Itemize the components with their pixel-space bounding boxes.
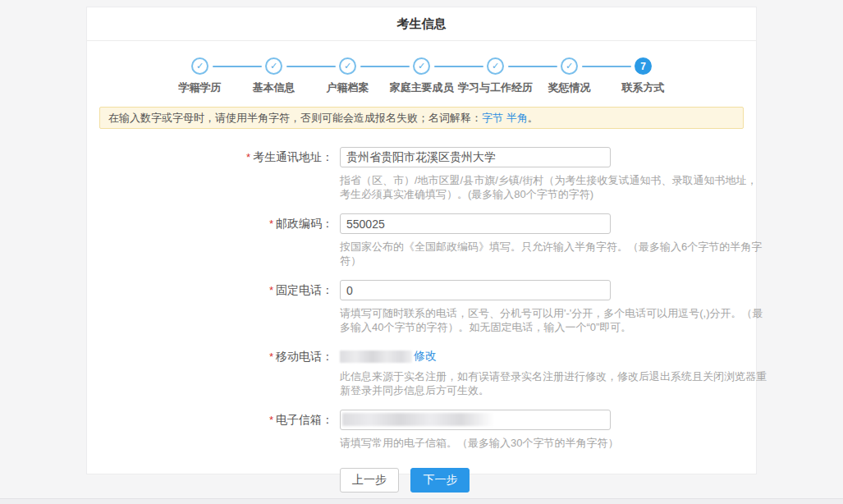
step-label: 学籍学历 <box>179 80 222 95</box>
field-label-mobile: *移动电话： <box>87 346 333 397</box>
step-item-huji[interactable]: 户籍档案 <box>311 57 385 95</box>
form-row-address: *考生通讯地址： 指省（区、市）/地市区盟/县市旗/乡镇/街村（为考生接收复试通… <box>87 147 756 201</box>
step-done-check-icon <box>191 57 208 75</box>
contact-info-form: *考生通讯地址： 指省（区、市）/地市区盟/县市旗/乡镇/街村（为考生接收复试通… <box>87 147 756 493</box>
field-label-text: 固定电话 <box>276 283 322 296</box>
wizard-stepper: 学籍学历 基本信息 户籍档案 家庭主要成员 学习与工作经历 奖惩情况 7 联系方… <box>87 57 756 95</box>
postcode-help-text: 按国家公布的《全国邮政编码》填写。只允许输入半角字符。（最多输入6个字节的半角字… <box>340 240 767 268</box>
field-label-text: 移动电话 <box>276 350 322 363</box>
mobile-value-row: 修改 <box>340 346 767 364</box>
step-label: 家庭主要成员 <box>390 80 454 95</box>
step-item-basic-info[interactable]: 基本信息 <box>237 57 311 95</box>
postcode-input[interactable] <box>340 213 611 234</box>
required-marker: * <box>269 284 273 296</box>
step-item-contact-current[interactable]: 7 联系方式 <box>607 57 680 95</box>
halfwidth-warning-banner: 在输入数字或字母时，请使用半角字符，否则可能会造成报名失败；名词解释：字节 半角… <box>99 107 744 129</box>
field-label-address: *考生通讯地址： <box>87 147 333 201</box>
field-label-text: 电子信箱 <box>276 413 322 426</box>
previous-step-button[interactable]: 上一步 <box>340 468 399 493</box>
label-colon: ： <box>322 283 333 296</box>
required-marker: * <box>269 218 273 230</box>
step-label: 联系方式 <box>622 80 665 95</box>
form-row-landline: *固定电话： 请填写可随时联系的电话，区号、分机号可以用'-'分开，多个电话可以… <box>87 280 756 334</box>
step-done-check-icon <box>487 57 504 75</box>
label-colon: ： <box>322 150 333 163</box>
landline-help-text: 请填写可随时联系的电话，区号、分机号可以用'-'分开，多个电话可以用逗号(,)分… <box>340 306 767 334</box>
step-done-check-icon <box>265 57 282 75</box>
required-marker: * <box>269 351 273 363</box>
mobile-number-redacted <box>340 351 412 363</box>
form-row-mobile: *移动电话： 修改 此信息来源于实名注册，如有误请登录实名注册进行修改，修改后退… <box>87 346 756 397</box>
field-label-text: 邮政编码 <box>276 217 322 230</box>
page-bottom-divider <box>0 498 843 504</box>
next-step-button[interactable]: 下一步 <box>410 468 470 493</box>
field-label-email: *电子信箱： <box>87 410 333 450</box>
step-label: 基本信息 <box>253 80 296 95</box>
email-help-text: 请填写常用的电子信箱。（最多输入30个字节的半角字符） <box>340 436 767 450</box>
field-label-text: 考生通讯地址 <box>253 150 322 163</box>
page-title: 考生信息 <box>87 7 756 41</box>
field-label-postcode: *邮政编码： <box>87 213 333 268</box>
label-colon: ： <box>322 413 333 426</box>
step-label: 奖惩情况 <box>548 80 591 95</box>
step-item-xueji[interactable]: 学籍学历 <box>163 57 237 95</box>
step-current-number-badge: 7 <box>635 57 652 75</box>
form-actions: 上一步 下一步 <box>87 468 756 493</box>
step-done-check-icon <box>339 57 356 75</box>
form-row-postcode: *邮政编码： 按国家公布的《全国邮政编码》填写。只允许输入半角字符。（最多输入6… <box>87 213 756 268</box>
form-row-email: *电子信箱： 请填写常用的电子信箱。（最多输入30个字节的半角字符） <box>87 410 756 450</box>
required-marker: * <box>269 414 273 426</box>
notice-suffix: 。 <box>528 112 538 124</box>
step-item-rewards[interactable]: 奖惩情况 <box>533 57 607 95</box>
step-label: 学习与工作经历 <box>458 80 533 95</box>
landline-input[interactable] <box>340 280 611 300</box>
field-label-landline: *固定电话： <box>87 280 333 334</box>
byte-definition-link[interactable]: 字节 <box>482 112 503 124</box>
modify-mobile-link[interactable]: 修改 <box>414 349 437 362</box>
step-done-check-icon <box>561 57 578 75</box>
step-item-experience[interactable]: 学习与工作经历 <box>459 57 533 95</box>
step-done-check-icon <box>413 57 430 75</box>
address-help-text: 指省（区、市）/地市区盟/县市旗/乡镇/街村（为考生接收复试通知书、录取通知书地… <box>340 173 767 201</box>
halfwidth-definition-link[interactable]: 半角 <box>506 112 528 124</box>
label-colon: ： <box>322 350 333 363</box>
notice-text: 在输入数字或字母时，请使用半角字符，否则可能会造成报名失败；名词解释： <box>108 112 482 124</box>
step-number: 7 <box>640 61 646 72</box>
required-marker: * <box>246 151 250 163</box>
mobile-help-text: 此信息来源于实名注册，如有误请登录实名注册进行修改，修改后退出系统且关闭浏览器重… <box>340 369 767 397</box>
label-colon: ： <box>322 217 333 230</box>
email-input[interactable] <box>340 410 611 430</box>
address-input[interactable] <box>340 147 611 167</box>
candidate-info-panel: 考生信息 学籍学历 基本信息 户籍档案 家庭主要成员 学习与工作经历 奖惩情况 … <box>86 7 757 474</box>
step-label: 户籍档案 <box>327 80 369 95</box>
step-item-family[interactable]: 家庭主要成员 <box>385 57 459 95</box>
